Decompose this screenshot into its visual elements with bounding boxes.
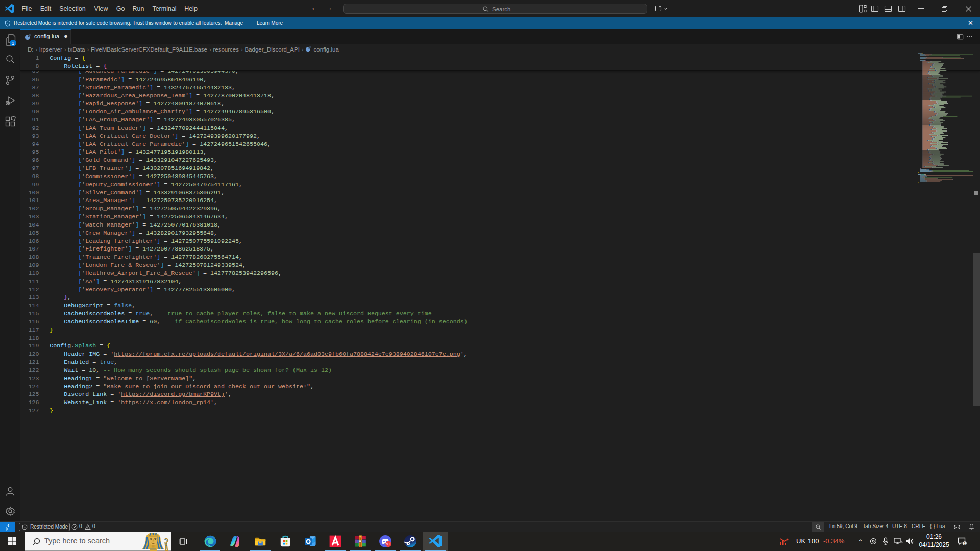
svg-text:9+: 9+ — [386, 542, 390, 546]
svg-text:1: 1 — [964, 541, 966, 545]
